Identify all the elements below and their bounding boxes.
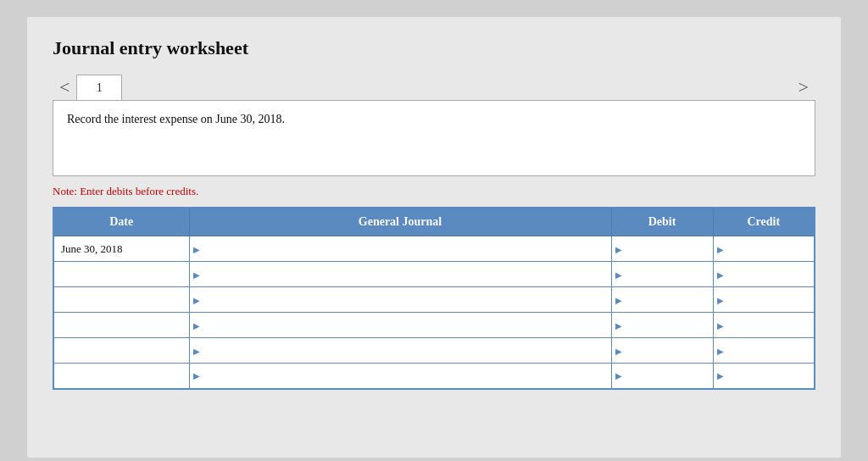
cell-date-5[interactable] xyxy=(53,364,189,389)
cell-journal-0[interactable] xyxy=(189,236,611,262)
table-row xyxy=(53,313,815,338)
cell-debit-0[interactable] xyxy=(611,236,713,262)
cell-debit-3[interactable] xyxy=(611,313,713,338)
table-header-row: Date General Journal Debit Credit xyxy=(53,208,815,236)
tab-1[interactable]: 1 xyxy=(76,75,122,100)
header-debit: Debit xyxy=(611,208,713,236)
table-row xyxy=(53,338,815,364)
table-row: June 30, 2018 xyxy=(53,236,815,262)
cell-credit-4[interactable] xyxy=(713,338,815,364)
cell-debit-2[interactable] xyxy=(611,287,713,313)
note-text: Note: Enter debits before credits. xyxy=(53,185,815,198)
header-credit: Credit xyxy=(713,208,815,236)
cell-date-0[interactable]: June 30, 2018 xyxy=(53,236,189,262)
cell-date-2[interactable] xyxy=(53,287,189,313)
cell-journal-1[interactable] xyxy=(189,262,611,287)
table-row xyxy=(53,262,815,287)
cell-credit-3[interactable] xyxy=(713,313,815,338)
cell-date-1[interactable] xyxy=(53,262,189,287)
cell-journal-3[interactable] xyxy=(189,313,611,338)
content-text: Record the interest expense on June 30, … xyxy=(67,113,801,126)
table-row xyxy=(53,364,815,389)
header-journal: General Journal xyxy=(189,208,611,236)
cell-journal-4[interactable] xyxy=(189,338,611,364)
header-date: Date xyxy=(53,208,189,236)
cell-date-4[interactable] xyxy=(53,338,189,364)
cell-debit-4[interactable] xyxy=(611,338,713,364)
tab-nav-wrapper: < 1 > xyxy=(53,75,815,100)
next-arrow[interactable]: > xyxy=(792,76,815,98)
cell-journal-5[interactable] xyxy=(189,364,611,389)
content-box: Record the interest expense on June 30, … xyxy=(53,100,815,176)
cell-debit-1[interactable] xyxy=(611,262,713,287)
prev-arrow[interactable]: < xyxy=(53,78,76,97)
page-container: Journal entry worksheet < 1 > Record the… xyxy=(27,17,841,458)
page-title: Journal entry worksheet xyxy=(53,37,815,59)
cell-credit-0[interactable] xyxy=(713,236,815,262)
journal-table: Date General Journal Debit Credit June 3… xyxy=(53,207,815,390)
table-row xyxy=(53,287,815,313)
cell-journal-2[interactable] xyxy=(189,287,611,313)
cell-credit-2[interactable] xyxy=(713,287,815,313)
cell-credit-1[interactable] xyxy=(713,262,815,287)
cell-debit-5[interactable] xyxy=(611,364,713,389)
cell-date-3[interactable] xyxy=(53,313,189,338)
cell-credit-5[interactable] xyxy=(713,364,815,389)
